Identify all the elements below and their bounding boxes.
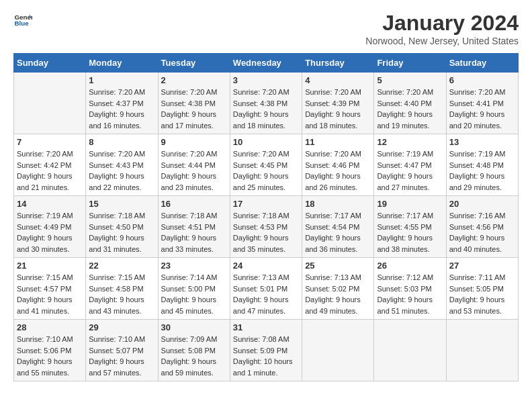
day-info: Sunrise: 7:20 AM Sunset: 4:38 PM Dayligh… xyxy=(233,87,299,131)
calendar-cell: 8Sunrise: 7:20 AM Sunset: 4:43 PM Daylig… xyxy=(86,134,158,196)
calendar-cell: 28Sunrise: 7:10 AM Sunset: 5:06 PM Dayli… xyxy=(14,320,86,381)
day-number: 9 xyxy=(161,137,227,147)
day-number: 5 xyxy=(377,75,443,85)
day-info: Sunrise: 7:15 AM Sunset: 4:57 PM Dayligh… xyxy=(17,272,83,316)
day-number: 24 xyxy=(233,261,299,271)
day-number: 21 xyxy=(17,261,83,271)
day-info: Sunrise: 7:20 AM Sunset: 4:44 PM Dayligh… xyxy=(161,148,227,193)
day-number: 2 xyxy=(161,75,227,85)
page-subtitle: Norwood, New Jersey, United States xyxy=(365,36,519,46)
calendar-week-row: 1Sunrise: 7:20 AM Sunset: 4:37 PM Daylig… xyxy=(14,73,519,134)
calendar-cell: 21Sunrise: 7:15 AM Sunset: 4:57 PM Dayli… xyxy=(14,258,86,320)
day-number: 26 xyxy=(377,261,443,271)
day-info: Sunrise: 7:20 AM Sunset: 4:38 PM Dayligh… xyxy=(161,87,227,131)
calendar-cell: 17Sunrise: 7:18 AM Sunset: 4:53 PM Dayli… xyxy=(230,196,302,258)
day-info: Sunrise: 7:17 AM Sunset: 4:54 PM Dayligh… xyxy=(305,210,371,255)
day-number: 1 xyxy=(89,75,154,85)
calendar-cell: 13Sunrise: 7:19 AM Sunset: 4:48 PM Dayli… xyxy=(446,134,518,196)
calendar-cell xyxy=(446,320,518,381)
day-info: Sunrise: 7:20 AM Sunset: 4:37 PM Dayligh… xyxy=(89,87,154,131)
day-info: Sunrise: 7:14 AM Sunset: 5:00 PM Dayligh… xyxy=(161,272,227,316)
day-number: 25 xyxy=(305,261,371,271)
day-info: Sunrise: 7:11 AM Sunset: 5:05 PM Dayligh… xyxy=(449,272,515,316)
day-number: 20 xyxy=(449,199,515,209)
day-number: 23 xyxy=(161,261,227,271)
calendar-cell: 6Sunrise: 7:20 AM Sunset: 4:41 PM Daylig… xyxy=(446,73,518,134)
day-number: 7 xyxy=(17,137,83,147)
day-number: 27 xyxy=(449,261,515,271)
calendar-cell: 4Sunrise: 7:20 AM Sunset: 4:39 PM Daylig… xyxy=(302,73,374,134)
day-number: 28 xyxy=(17,322,83,332)
day-info: Sunrise: 7:19 AM Sunset: 4:48 PM Dayligh… xyxy=(449,148,515,193)
day-info: Sunrise: 7:13 AM Sunset: 5:02 PM Dayligh… xyxy=(305,272,371,316)
calendar-cell: 11Sunrise: 7:20 AM Sunset: 4:46 PM Dayli… xyxy=(302,134,374,196)
day-info: Sunrise: 7:19 AM Sunset: 4:49 PM Dayligh… xyxy=(17,210,83,255)
calendar-cell xyxy=(374,320,446,381)
day-info: Sunrise: 7:20 AM Sunset: 4:43 PM Dayligh… xyxy=(89,148,154,193)
calendar-cell: 18Sunrise: 7:17 AM Sunset: 4:54 PM Dayli… xyxy=(302,196,374,258)
calendar-cell: 5Sunrise: 7:20 AM Sunset: 4:40 PM Daylig… xyxy=(374,73,446,134)
day-number: 30 xyxy=(161,322,227,332)
calendar-cell: 12Sunrise: 7:19 AM Sunset: 4:47 PM Dayli… xyxy=(374,134,446,196)
day-info: Sunrise: 7:20 AM Sunset: 4:42 PM Dayligh… xyxy=(17,148,83,193)
weekday-header-tuesday: Tuesday xyxy=(158,54,230,73)
day-info: Sunrise: 7:18 AM Sunset: 4:53 PM Dayligh… xyxy=(233,210,299,255)
calendar-cell: 24Sunrise: 7:13 AM Sunset: 5:01 PM Dayli… xyxy=(230,258,302,320)
day-info: Sunrise: 7:18 AM Sunset: 4:50 PM Dayligh… xyxy=(89,210,154,255)
calendar-cell: 9Sunrise: 7:20 AM Sunset: 4:44 PM Daylig… xyxy=(158,134,230,196)
page-title: January 2024 xyxy=(365,11,519,36)
calendar-cell: 14Sunrise: 7:19 AM Sunset: 4:49 PM Dayli… xyxy=(14,196,86,258)
day-info: Sunrise: 7:18 AM Sunset: 4:51 PM Dayligh… xyxy=(161,210,227,255)
day-number: 8 xyxy=(89,137,154,147)
weekday-header-friday: Friday xyxy=(374,54,446,73)
day-number: 22 xyxy=(89,261,154,271)
day-number: 18 xyxy=(305,199,371,209)
weekday-header-sunday: Sunday xyxy=(14,54,86,73)
day-number: 6 xyxy=(449,75,515,85)
calendar-week-row: 14Sunrise: 7:19 AM Sunset: 4:49 PM Dayli… xyxy=(14,196,519,258)
calendar-cell xyxy=(302,320,374,381)
day-number: 10 xyxy=(233,137,299,147)
day-number: 14 xyxy=(17,199,83,209)
day-info: Sunrise: 7:13 AM Sunset: 5:01 PM Dayligh… xyxy=(233,272,299,316)
calendar-cell: 16Sunrise: 7:18 AM Sunset: 4:51 PM Dayli… xyxy=(158,196,230,258)
day-info: Sunrise: 7:10 AM Sunset: 5:06 PM Dayligh… xyxy=(17,334,83,378)
calendar-cell: 20Sunrise: 7:16 AM Sunset: 4:56 PM Dayli… xyxy=(446,196,518,258)
title-area: January 2024 Norwood, New Jersey, United… xyxy=(365,11,519,46)
day-number: 13 xyxy=(449,137,515,147)
day-info: Sunrise: 7:10 AM Sunset: 5:07 PM Dayligh… xyxy=(89,334,154,378)
logo-icon: General Blue xyxy=(13,11,32,30)
calendar-cell: 10Sunrise: 7:20 AM Sunset: 4:45 PM Dayli… xyxy=(230,134,302,196)
svg-text:Blue: Blue xyxy=(14,19,29,27)
calendar-cell: 26Sunrise: 7:12 AM Sunset: 5:03 PM Dayli… xyxy=(374,258,446,320)
day-number: 11 xyxy=(305,137,371,147)
day-number: 29 xyxy=(89,322,154,332)
page-header: General Blue January 2024 Norwood, New J… xyxy=(13,11,519,46)
calendar-week-row: 7Sunrise: 7:20 AM Sunset: 4:42 PM Daylig… xyxy=(14,134,519,196)
calendar-week-row: 28Sunrise: 7:10 AM Sunset: 5:06 PM Dayli… xyxy=(14,320,519,381)
calendar-table: SundayMondayTuesdayWednesdayThursdayFrid… xyxy=(13,53,519,381)
day-number: 4 xyxy=(305,75,371,85)
calendar-cell: 15Sunrise: 7:18 AM Sunset: 4:50 PM Dayli… xyxy=(86,196,158,258)
calendar-cell: 27Sunrise: 7:11 AM Sunset: 5:05 PM Dayli… xyxy=(446,258,518,320)
day-number: 16 xyxy=(161,199,227,209)
day-info: Sunrise: 7:20 AM Sunset: 4:45 PM Dayligh… xyxy=(233,148,299,193)
calendar-cell: 1Sunrise: 7:20 AM Sunset: 4:37 PM Daylig… xyxy=(86,73,158,134)
calendar-cell: 31Sunrise: 7:08 AM Sunset: 5:09 PM Dayli… xyxy=(230,320,302,381)
day-info: Sunrise: 7:08 AM Sunset: 5:09 PM Dayligh… xyxy=(233,334,299,378)
day-info: Sunrise: 7:17 AM Sunset: 4:55 PM Dayligh… xyxy=(377,210,443,255)
calendar-cell: 30Sunrise: 7:09 AM Sunset: 5:08 PM Dayli… xyxy=(158,320,230,381)
day-info: Sunrise: 7:16 AM Sunset: 4:56 PM Dayligh… xyxy=(449,210,515,255)
calendar-cell: 29Sunrise: 7:10 AM Sunset: 5:07 PM Dayli… xyxy=(86,320,158,381)
calendar-cell: 19Sunrise: 7:17 AM Sunset: 4:55 PM Dayli… xyxy=(374,196,446,258)
calendar-cell: 2Sunrise: 7:20 AM Sunset: 4:38 PM Daylig… xyxy=(158,73,230,134)
day-info: Sunrise: 7:20 AM Sunset: 4:41 PM Dayligh… xyxy=(449,87,515,131)
weekday-header-thursday: Thursday xyxy=(302,54,374,73)
day-info: Sunrise: 7:09 AM Sunset: 5:08 PM Dayligh… xyxy=(161,334,227,378)
calendar-cell: 23Sunrise: 7:14 AM Sunset: 5:00 PM Dayli… xyxy=(158,258,230,320)
day-number: 19 xyxy=(377,199,443,209)
day-number: 3 xyxy=(233,75,299,85)
day-number: 15 xyxy=(89,199,154,209)
calendar-cell: 25Sunrise: 7:13 AM Sunset: 5:02 PM Dayli… xyxy=(302,258,374,320)
calendar-week-row: 21Sunrise: 7:15 AM Sunset: 4:57 PM Dayli… xyxy=(14,258,519,320)
